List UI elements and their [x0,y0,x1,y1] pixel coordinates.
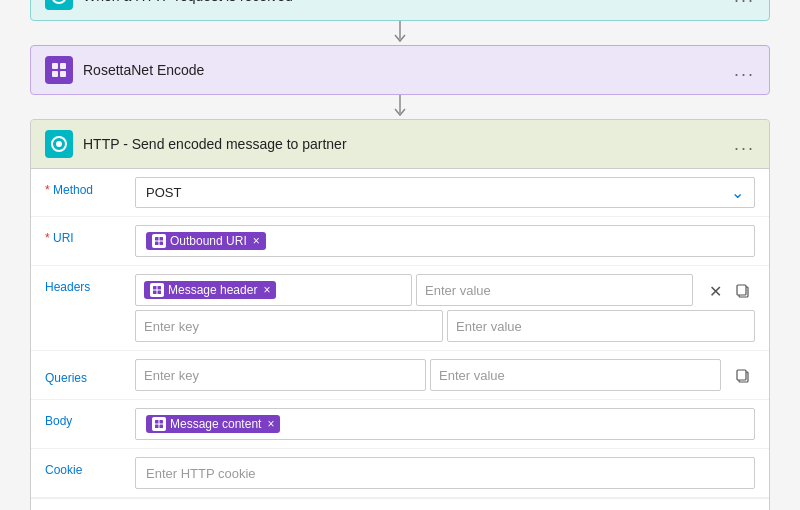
svg-rect-3 [52,63,58,69]
queries-copy-button[interactable] [731,364,755,388]
http-send-icon [45,130,73,158]
arrow-2 [30,95,770,119]
svg-rect-21 [737,370,746,380]
queries-actions [731,362,755,388]
svg-rect-11 [160,237,164,241]
svg-rect-16 [153,291,157,295]
header-actions-1: ✕ [703,277,755,303]
queries-row: Queries Enter key Enter value [31,351,769,400]
header-key-placeholder-2: Enter key [144,319,199,334]
svg-rect-22 [155,420,159,424]
uri-tag-close-button[interactable]: × [253,234,260,248]
http-send-header: HTTP - Send encoded message to partner .… [31,120,769,169]
svg-rect-10 [155,237,159,241]
rosetta-more-button[interactable]: ... [734,60,755,81]
header-tag-1: Message header × [144,281,276,299]
cookie-content: Enter HTTP cookie [135,457,755,489]
arrow-1 [30,21,770,45]
http-send-label: HTTP - Send encoded message to partner [83,136,734,152]
svg-rect-15 [158,286,162,290]
queries-key-placeholder: Enter key [144,368,199,383]
queries-value-placeholder: Enter value [439,368,505,383]
headers-label: Headers [45,274,135,294]
queries-pair: Enter key Enter value [135,359,755,391]
header-value-1[interactable]: Enter value [416,274,693,306]
body-row: Body Message [31,400,769,449]
body-input[interactable]: Message content × [135,408,755,440]
svg-rect-23 [160,420,164,424]
cookie-label: Cookie [45,457,135,477]
svg-rect-12 [155,242,159,246]
uri-label: URI [45,225,135,245]
uri-row: URI Outbound [31,217,769,266]
svg-rect-4 [60,63,66,69]
method-value: POST [146,185,181,200]
cookie-row: Cookie Enter HTTP cookie [31,449,769,498]
svg-rect-13 [160,242,164,246]
body-label: Body [45,408,135,428]
svg-rect-6 [60,71,66,77]
header-tag-close-1[interactable]: × [263,283,270,297]
header-delete-button-1[interactable]: ✕ [703,279,727,303]
header-value-2[interactable]: Enter value [447,310,755,342]
cookie-placeholder: Enter HTTP cookie [146,466,256,481]
body-tag-label: Message content [170,417,261,431]
svg-rect-25 [160,425,164,429]
svg-rect-17 [158,291,162,295]
header-key-1[interactable]: Message header × [135,274,412,306]
svg-rect-19 [737,285,746,295]
body-tag: Message content × [146,415,280,433]
svg-rect-14 [153,286,157,290]
queries-grid: Enter key Enter value [135,359,755,391]
uri-tag-label: Outbound URI [170,234,247,248]
headers-grid: Message header × Enter value ✕ [135,274,755,342]
method-label: Method [45,177,135,197]
header-tag-label-1: Message header [168,283,257,297]
http-send-body: Method POST ⌄ URI [31,169,769,510]
method-select[interactable]: POST ⌄ [135,177,755,208]
body-tag-close-button[interactable]: × [267,417,274,431]
trigger-more-button[interactable]: ... [734,0,755,7]
svg-point-9 [56,141,62,147]
header-pair-1: Message header × Enter value ✕ [135,274,755,306]
body-tag-icon [152,417,166,431]
header-key-2[interactable]: Enter key [135,310,443,342]
queries-label: Queries [45,365,135,385]
queries-key[interactable]: Enter key [135,359,426,391]
uri-content: Outbound URI × [135,225,755,257]
header-value-placeholder-2: Enter value [456,319,522,334]
cookie-input[interactable]: Enter HTTP cookie [135,457,755,489]
queries-value[interactable]: Enter value [430,359,721,391]
svg-point-0 [52,0,66,3]
uri-tag-icon [152,234,166,248]
method-row: Method POST ⌄ [31,169,769,217]
http-send-more-button[interactable]: ... [734,134,755,155]
header-copy-button-1[interactable] [731,279,755,303]
header-pair-2: Enter key Enter value [135,310,755,342]
method-chevron-icon: ⌄ [731,183,744,202]
rosetta-icon [45,56,73,84]
svg-rect-24 [155,425,159,429]
method-content: POST ⌄ [135,177,755,208]
trigger-label: When a HTTP request is received [83,0,734,4]
rosetta-label: RosettaNet Encode [83,62,734,78]
headers-row: Headers [31,266,769,351]
http-send-card: HTTP - Send encoded message to partner .… [30,119,770,510]
svg-rect-5 [52,71,58,77]
body-content: Message content × [135,408,755,440]
trigger-step: When a HTTP request is received ... [30,0,770,21]
rosetta-step: RosettaNet Encode ... [30,45,770,95]
uri-input[interactable]: Outbound URI × [135,225,755,257]
add-param-row[interactable]: Add new parameter ⌄ [31,498,769,510]
header-tag-icon-1 [150,283,164,297]
trigger-icon [45,0,73,10]
header-value-placeholder-1: Enter value [425,283,491,298]
uri-tag: Outbound URI × [146,232,266,250]
